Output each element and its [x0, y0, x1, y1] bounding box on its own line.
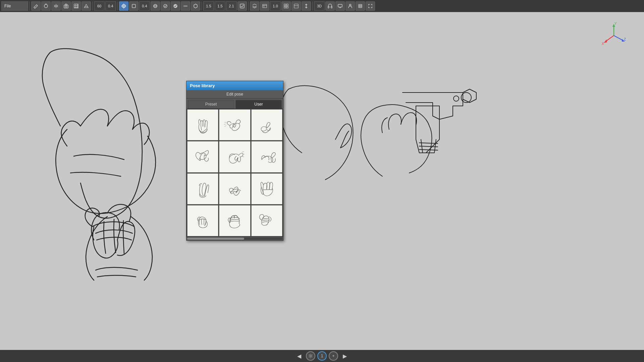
axis-indicator: Y X Z [600, 22, 627, 49]
pose-cell-6[interactable] [251, 141, 282, 172]
pose-cell-9[interactable] [251, 173, 282, 204]
pose-scrollbar[interactable] [186, 237, 283, 240]
svg-line-64 [242, 152, 244, 152]
svg-rect-36 [331, 6, 332, 8]
svg-rect-32 [286, 6, 288, 8]
val4-display[interactable]: 1.0 [270, 1, 281, 11]
toolbar-separator-4 [202, 1, 202, 11]
perspective-tool-btn[interactable] [82, 1, 91, 11]
tab-preset[interactable]: Preset [188, 100, 234, 109]
toolbar-separator-5 [248, 1, 249, 11]
toolbar-separator-3 [117, 1, 118, 11]
svg-line-66 [242, 156, 244, 157]
svg-rect-35 [328, 6, 329, 8]
svg-point-17 [154, 4, 157, 8]
svg-point-3 [65, 6, 67, 7]
tab-user[interactable]: User [235, 100, 282, 109]
pose-cell-5[interactable] [219, 141, 250, 172]
pose-cell-3[interactable] [251, 109, 282, 140]
toolbar-separator-1 [30, 1, 30, 11]
svg-point-67 [310, 355, 312, 357]
pose-scroll-track[interactable] [187, 238, 282, 240]
pencil-tool-btn[interactable] [31, 1, 41, 11]
toolbar-separator-2 [92, 1, 93, 11]
pose-library-titlebar[interactable]: Pose library [186, 81, 283, 90]
pose-cell-11[interactable] [219, 205, 250, 236]
checkbox-btn[interactable] [237, 1, 247, 11]
svg-line-58 [614, 36, 623, 41]
svg-point-18 [154, 5, 157, 7]
svg-point-10 [122, 4, 125, 8]
val3-display[interactable]: 2.1 [226, 1, 237, 11]
mirror-tool-btn[interactable] [51, 1, 61, 11]
pose-scroll-thumb[interactable] [187, 238, 244, 240]
next-page-button[interactable]: ▶ [340, 351, 350, 361]
canvas-area: Y X Z Pose library Edit pose Preset User [0, 12, 644, 362]
fps-display[interactable]: 60 [94, 1, 105, 11]
grid-tool-btn[interactable] [71, 1, 81, 11]
pose-cell-7[interactable] [187, 173, 218, 204]
val1-display[interactable]: 1.5 [203, 1, 214, 11]
display-btn[interactable] [335, 1, 345, 11]
svg-text:Y: Y [614, 22, 617, 25]
person-btn[interactable] [345, 1, 355, 11]
svg-point-21 [184, 6, 185, 7]
svg-rect-31 [284, 6, 286, 8]
svg-line-62 [224, 124, 226, 124]
bottom-bar: ◀ 1 + ▶ [0, 350, 644, 362]
add-page-button[interactable]: + [329, 351, 338, 361]
svg-rect-29 [284, 4, 286, 6]
3d-display[interactable]: 3D [314, 1, 325, 11]
pose-cell-8[interactable] [219, 173, 250, 204]
svg-point-11 [123, 5, 124, 7]
svg-marker-24 [194, 4, 197, 8]
page-number-button[interactable]: 1 [317, 351, 327, 361]
box-btn[interactable] [129, 1, 139, 11]
frames-btn[interactable] [260, 1, 269, 11]
settings-btn[interactable] [356, 1, 365, 11]
toolbar: File [0, 0, 644, 12]
expand-btn[interactable] [366, 1, 375, 11]
pose-grid [186, 109, 283, 237]
camera-tool-btn[interactable] [61, 1, 71, 11]
pose-cell-10[interactable] [187, 205, 218, 236]
pose-cell-1[interactable] [187, 109, 218, 140]
svg-line-63 [225, 125, 226, 126]
svg-rect-30 [286, 4, 288, 6]
hexagon-btn[interactable] [191, 1, 200, 11]
pose-cell-2[interactable] [219, 109, 250, 140]
pose-cell-4[interactable] [187, 141, 218, 172]
svg-point-40 [350, 4, 351, 6]
target-btn[interactable] [119, 1, 128, 11]
check-btn[interactable] [171, 1, 180, 11]
pose-cell-12[interactable] [251, 205, 282, 236]
edit-pose-button[interactable]: Edit pose [186, 90, 283, 99]
file-menu[interactable]: File [1, 1, 28, 11]
grid2-btn[interactable] [281, 1, 291, 11]
svg-point-22 [185, 6, 186, 7]
svg-rect-25 [240, 4, 244, 8]
pose-library-dialog: Pose library Edit pose Preset User [186, 81, 283, 241]
dots-btn[interactable] [181, 1, 190, 11]
svg-rect-46 [0, 12, 644, 362]
svg-point-0 [44, 4, 48, 8]
opacity2-display[interactable]: 0.4 [139, 1, 150, 11]
layers-btn[interactable] [250, 1, 259, 11]
settings-circle-button[interactable] [306, 351, 315, 361]
opacity-display[interactable]: 0.4 [105, 1, 116, 11]
up-down-btn[interactable] [302, 1, 311, 11]
check-ring-btn[interactable] [161, 1, 170, 11]
prev-page-button[interactable]: ◀ [294, 351, 304, 361]
val2-display[interactable]: 1.5 [215, 1, 225, 11]
layer2-btn[interactable] [291, 1, 301, 11]
svg-text:Z: Z [624, 38, 626, 41]
svg-rect-16 [132, 4, 136, 8]
sketch-background [0, 12, 644, 362]
svg-marker-56 [604, 40, 607, 43]
ring-btn[interactable] [151, 1, 160, 11]
svg-point-23 [186, 6, 187, 7]
svg-text:X: X [602, 42, 604, 46]
svg-rect-26 [263, 4, 267, 8]
headphones-btn[interactable] [325, 1, 335, 11]
rotate-tool-btn[interactable] [41, 1, 51, 11]
